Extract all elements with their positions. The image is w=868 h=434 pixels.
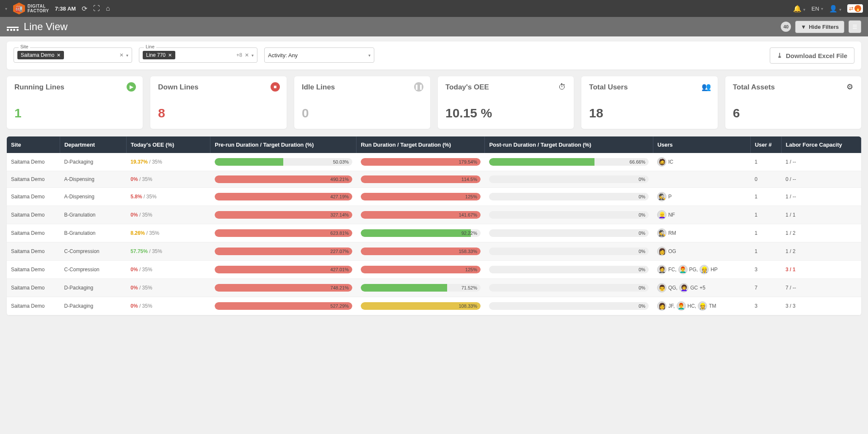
- avatar[interactable]: 🤵: [657, 265, 666, 274]
- user-initials: HC,: [688, 303, 697, 309]
- progress-label: 327.14%: [330, 211, 348, 219]
- table-row[interactable]: Saitama DemoD-Packaging0% / 35%748.21%71…: [7, 279, 861, 297]
- avatar[interactable]: 👨‍🦰: [678, 265, 688, 274]
- app-logo[interactable]: 🏭 DIGITALFACTORY: [13, 3, 49, 14]
- table-row[interactable]: Saitama DemoB-Granulation8.26% / 35%623.…: [7, 224, 861, 242]
- clear-icon[interactable]: ✕: [119, 52, 124, 58]
- activity-select[interactable]: Activity: Any ▾: [264, 47, 374, 63]
- users-cell: 🕵️ RM: [657, 228, 746, 238]
- table-header-cell[interactable]: Labor Force Capacity: [781, 136, 861, 153]
- table-header-cell[interactable]: Run Duration / Target Duration (%): [357, 136, 485, 153]
- table-row[interactable]: Saitama DemoC-Compression57.75% / 35%227…: [7, 242, 861, 261]
- avatar[interactable]: 👩‍🦱: [679, 283, 688, 292]
- cell-oee: 8.26% / 35%: [126, 224, 210, 242]
- home-icon[interactable]: ⌂: [106, 5, 110, 12]
- line-select[interactable]: Line 770✕ +8 ✕ ▾: [139, 47, 257, 63]
- table-header-cell[interactable]: Site: [7, 136, 60, 153]
- avatar[interactable]: 🕵️: [657, 192, 666, 201]
- cell-usernum: 1: [750, 188, 781, 206]
- topbar: ▾ 🏭 DIGITALFACTORY 7:38 AM ⟳ ⛶ ⌂ 🔔 ▾ EN …: [0, 0, 868, 17]
- refresh-icon[interactable]: ⟳: [82, 5, 87, 13]
- table-header-cell[interactable]: User #: [750, 136, 781, 153]
- cell-users: 👩 JF, 👨‍🦰 HC, 👷 TM: [653, 297, 750, 315]
- table-header-cell[interactable]: Users: [653, 136, 750, 153]
- chevron-down-icon[interactable]: ▾: [252, 53, 254, 58]
- cell-usernum: 0: [750, 171, 781, 188]
- table-row[interactable]: Saitama DemoA-Dispensing5.8% / 35%427.19…: [7, 188, 861, 206]
- stat-icon: ❚❚: [414, 82, 423, 92]
- cell-users: 🕵️ RM: [653, 224, 750, 242]
- avatar[interactable]: 👷: [698, 301, 707, 311]
- user-initials: RM: [668, 230, 676, 236]
- cell-usernum: 1: [750, 224, 781, 242]
- cell-usernum: 1: [750, 206, 781, 224]
- table-row[interactable]: Saitama DemoC-Compression0% / 35%427.01%…: [7, 261, 861, 279]
- table-header-cell[interactable]: Department: [60, 136, 126, 153]
- table-header-cell[interactable]: Post-run Duration / Target Duration (%): [485, 136, 653, 153]
- avatar[interactable]: 👩: [657, 301, 666, 311]
- table-row[interactable]: Saitama DemoD-Packaging19.37% / 35%50.03…: [7, 153, 861, 171]
- progress-bar: 748.21%: [215, 284, 352, 292]
- stat-card[interactable]: Running Lines▶1: [7, 76, 143, 129]
- stat-card[interactable]: Today's OEE⏱10.15 %: [438, 76, 574, 129]
- settings-icon[interactable]: ☰: [849, 20, 861, 33]
- chevron-down-icon[interactable]: ▾: [126, 53, 128, 58]
- progress-bar: 0%: [489, 302, 649, 310]
- stat-card[interactable]: Total Users👥18: [581, 76, 717, 129]
- progress-bar: 125%: [361, 193, 481, 200]
- chevron-down-icon[interactable]: ▾: [368, 53, 370, 58]
- table-row[interactable]: Saitama DemoA-Dispensing0% / 35%490.21%1…: [7, 171, 861, 188]
- progress-label: 0%: [639, 211, 645, 219]
- user-initials: TM: [709, 303, 716, 309]
- table-header-cell[interactable]: Today's OEE (%): [126, 136, 210, 153]
- avatar[interactable]: 🕵️: [657, 228, 666, 238]
- site-chip[interactable]: Saitama Demo✕: [17, 51, 64, 59]
- close-icon[interactable]: ✕: [57, 53, 61, 58]
- avatar[interactable]: 👨‍🦰: [677, 301, 686, 311]
- avatar[interactable]: 👨: [657, 283, 666, 292]
- progress-bar: 0%: [489, 248, 649, 255]
- progress-bar: 141.67%: [361, 211, 481, 219]
- cell-dept: C-Compression: [60, 261, 126, 279]
- avatar[interactable]: 👱‍♀️: [657, 210, 666, 220]
- avatar[interactable]: 🧔: [657, 157, 666, 167]
- hide-filters-button[interactable]: ▼ Hide Filters: [795, 21, 844, 33]
- progress-label: 427.01%: [330, 266, 348, 273]
- cell-usernum: 3: [750, 261, 781, 279]
- chevron-down-icon[interactable]: ▾: [5, 6, 7, 11]
- fullscreen-icon[interactable]: ⛶: [93, 5, 100, 12]
- cell-run: 179.54%: [357, 153, 485, 171]
- users-cell: 🕵️ P: [657, 192, 746, 201]
- bell-icon[interactable]: 🔔 ▾: [793, 5, 805, 13]
- stat-value: 8: [158, 106, 279, 120]
- topbar-right: 🔔 ▾ EN ▾ 👤 ▾ ⇄🔥: [793, 4, 863, 13]
- stat-card[interactable]: Total Assets⚙6: [725, 76, 861, 129]
- alarm-chip[interactable]: ⇄🔥: [847, 4, 863, 13]
- user-icon[interactable]: 👤 ▾: [829, 5, 841, 13]
- download-excel-button[interactable]: ⤓ Download Excel File: [770, 47, 854, 64]
- clear-icon[interactable]: ✕: [245, 52, 249, 58]
- cell-oee: 19.37% / 35%: [126, 153, 210, 171]
- site-select[interactable]: Saitama Demo✕ ✕ ▾: [14, 47, 132, 63]
- avatar[interactable]: 👩: [657, 247, 666, 256]
- cell-users: [653, 171, 750, 188]
- page-header: Line View 40 ▼ Hide Filters ☰: [0, 17, 868, 36]
- stat-card[interactable]: Idle Lines❚❚0: [294, 76, 430, 129]
- table-header-cell[interactable]: Pre-run Duration / Target Duration (%): [210, 136, 357, 153]
- avatar[interactable]: 👷: [699, 265, 709, 274]
- logo-hex-icon: 🏭: [13, 3, 25, 14]
- progress-bar: 114.5%: [361, 175, 481, 183]
- close-icon[interactable]: ✕: [168, 53, 172, 58]
- cell-dept: B-Granulation: [60, 206, 126, 224]
- progress-label: 427.19%: [330, 193, 348, 200]
- table-row[interactable]: Saitama DemoB-Granulation0% / 35%327.14%…: [7, 206, 861, 224]
- progress-bar: 623.81%: [215, 229, 352, 237]
- progress-label: 158.33%: [459, 248, 477, 255]
- language-select[interactable]: EN ▾: [811, 6, 823, 12]
- stat-card[interactable]: Down Lines■8: [150, 76, 286, 129]
- progress-label: 748.21%: [330, 284, 348, 292]
- table-row[interactable]: Saitama DemoD-Packaging0% / 35%527.29%10…: [7, 297, 861, 315]
- line-chip[interactable]: Line 770✕: [143, 51, 175, 59]
- progress-label: 179.54%: [459, 158, 477, 166]
- progress-bar: 66.66%: [489, 158, 649, 166]
